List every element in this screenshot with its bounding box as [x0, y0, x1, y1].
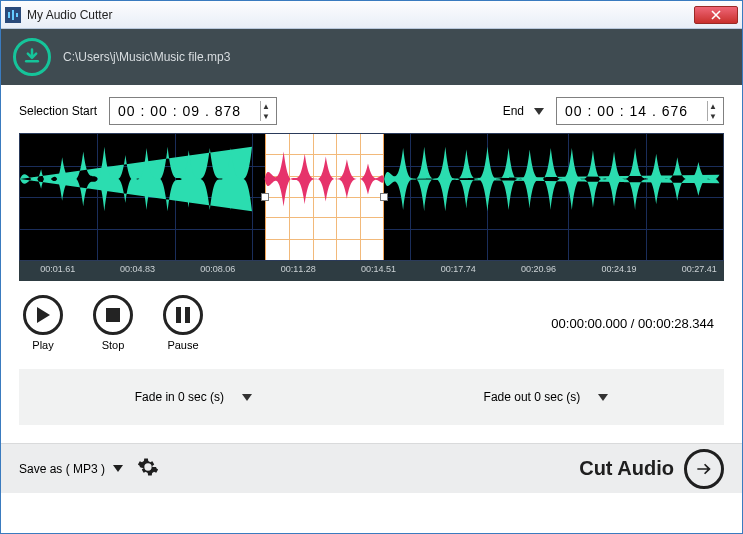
end-spin-up[interactable]: ▲ [707, 101, 719, 111]
selection-end-input[interactable]: 00 : 00 : 14 . 676 ▲ ▼ [556, 97, 724, 125]
ruler-tick: 00:04.83 [120, 264, 155, 274]
fade-in-dropdown[interactable]: Fade in 0 sec (s) [135, 390, 252, 404]
arrow-right-icon [684, 449, 724, 489]
play-label: Play [32, 339, 53, 351]
selection-handle-right[interactable] [380, 193, 388, 201]
chevron-down-icon [534, 108, 544, 115]
waveform-svg [20, 134, 723, 224]
bottom-bar: Save as ( MP3 ) Cut Audio [1, 443, 742, 493]
ruler-tick: 00:24.19 [601, 264, 636, 274]
waveform[interactable] [19, 133, 724, 261]
playback-row: Play Stop Pause 00:00:00.000 / 00:00:28.… [1, 281, 742, 369]
fade-row: Fade in 0 sec (s) Fade out 0 sec (s) [19, 369, 724, 425]
cut-audio-button[interactable]: Cut Audio [579, 449, 724, 489]
svg-rect-1 [12, 10, 14, 20]
selection-end-label: End [503, 104, 524, 118]
fade-in-label: Fade in 0 sec (s) [135, 390, 224, 404]
selection-row: Selection Start 00 : 00 : 09 . 878 ▲ ▼ E… [1, 85, 742, 133]
pause-button[interactable] [163, 295, 203, 335]
start-spin-up[interactable]: ▲ [260, 101, 272, 111]
ruler-tick: 00:20.96 [521, 264, 556, 274]
start-spin-down[interactable]: ▼ [260, 111, 272, 121]
fade-out-label: Fade out 0 sec (s) [484, 390, 581, 404]
stop-label: Stop [102, 339, 125, 351]
end-spin-down[interactable]: ▼ [707, 111, 719, 121]
close-button[interactable] [694, 6, 738, 24]
time-ruler: 00:01.61 00:04.83 00:08.06 00:11.28 00:1… [19, 261, 724, 281]
pause-label: Pause [167, 339, 198, 351]
window-title: My Audio Cutter [27, 8, 694, 22]
ruler-tick: 00:17.74 [441, 264, 476, 274]
ruler-tick: 00:01.61 [40, 264, 75, 274]
selection-start-label: Selection Start [19, 104, 97, 118]
ruler-tick: 00:14.51 [361, 264, 396, 274]
playback-position: 00:00:00.000 [551, 316, 627, 331]
svg-rect-0 [8, 12, 10, 18]
svg-rect-2 [16, 13, 18, 17]
selection-start-input[interactable]: 00 : 00 : 09 . 878 ▲ ▼ [109, 97, 277, 125]
ruler-tick: 00:11.28 [281, 264, 316, 274]
selection-end-value: 00 : 00 : 14 . 676 [565, 103, 688, 119]
chevron-down-icon [113, 465, 123, 472]
chevron-down-icon [242, 394, 252, 401]
ruler-tick: 00:27.41 [682, 264, 717, 274]
fade-out-dropdown[interactable]: Fade out 0 sec (s) [484, 390, 609, 404]
play-button[interactable] [23, 295, 63, 335]
titlebar: My Audio Cutter [1, 1, 742, 29]
playback-duration: 00:00:28.344 [638, 316, 714, 331]
open-file-button[interactable] [13, 38, 51, 76]
file-path: C:\Users\j\Music\Music file.mp3 [63, 50, 230, 64]
timecode: 00:00:00.000 / 00:00:28.344 [551, 316, 720, 331]
selection-handle-left[interactable] [261, 193, 269, 201]
cut-audio-label: Cut Audio [579, 457, 674, 480]
end-mode-dropdown[interactable]: End [503, 104, 544, 118]
file-bar: C:\Users\j\Music\Music file.mp3 [1, 29, 742, 85]
gear-icon [137, 456, 159, 478]
save-as-label: Save as ( MP3 ) [19, 462, 105, 476]
waveform-container: 00:01.61 00:04.83 00:08.06 00:11.28 00:1… [19, 133, 724, 281]
save-as-dropdown[interactable]: Save as ( MP3 ) [19, 462, 123, 476]
settings-button[interactable] [137, 456, 159, 482]
ruler-tick: 00:08.06 [200, 264, 235, 274]
stop-button[interactable] [93, 295, 133, 335]
app-icon [5, 7, 21, 23]
chevron-down-icon [598, 394, 608, 401]
selection-start-value: 00 : 00 : 09 . 878 [118, 103, 241, 119]
